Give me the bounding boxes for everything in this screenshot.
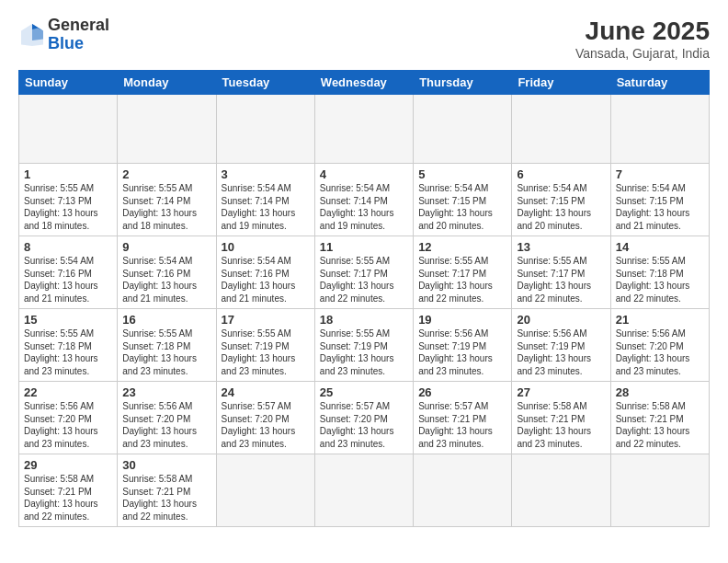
day-info: Sunrise: 5:55 AM Sunset: 7:14 PM Dayligh…: [122, 182, 210, 232]
day-info: Sunrise: 5:57 AM Sunset: 7:21 PM Dayligh…: [418, 400, 506, 450]
day-number: 20: [517, 313, 605, 327]
day-number: 29: [24, 458, 112, 472]
logo-text: General Blue: [48, 17, 109, 53]
table-row: 8 Sunrise: 5:54 AM Sunset: 7:16 PM Dayli…: [19, 236, 118, 309]
calendar-week-row: 1 Sunrise: 5:55 AM Sunset: 7:13 PM Dayli…: [19, 164, 710, 236]
table-row: 14 Sunrise: 5:55 AM Sunset: 7:18 PM Dayl…: [610, 236, 709, 309]
calendar-week-row: 15 Sunrise: 5:55 AM Sunset: 7:18 PM Dayl…: [19, 309, 710, 382]
day-info: Sunrise: 5:55 AM Sunset: 7:19 PM Dayligh…: [320, 327, 408, 377]
table-row: 20 Sunrise: 5:56 AM Sunset: 7:19 PM Dayl…: [512, 309, 610, 382]
table-row: 21 Sunrise: 5:56 AM Sunset: 7:20 PM Dayl…: [610, 309, 709, 382]
day-number: 4: [320, 167, 408, 181]
logo-icon: [18, 21, 46, 49]
table-row: 30 Sunrise: 5:58 AM Sunset: 7:21 PM Dayl…: [118, 454, 216, 527]
day-number: 1: [24, 167, 112, 181]
table-row: 26 Sunrise: 5:57 AM Sunset: 7:21 PM Dayl…: [414, 382, 512, 454]
day-info: Sunrise: 5:55 AM Sunset: 7:18 PM Dayligh…: [616, 255, 704, 304]
table-row: [216, 454, 314, 527]
table-row: 17 Sunrise: 5:55 AM Sunset: 7:19 PM Dayl…: [216, 309, 314, 382]
day-info: Sunrise: 5:56 AM Sunset: 7:20 PM Dayligh…: [122, 400, 210, 450]
day-number: 13: [517, 240, 605, 254]
table-row: 29 Sunrise: 5:58 AM Sunset: 7:21 PM Dayl…: [19, 454, 118, 527]
day-info: Sunrise: 5:55 AM Sunset: 7:17 PM Dayligh…: [418, 255, 506, 304]
table-row: [314, 95, 413, 164]
day-number: 27: [517, 385, 605, 399]
table-row: 12 Sunrise: 5:55 AM Sunset: 7:17 PM Dayl…: [414, 236, 512, 309]
day-info: Sunrise: 5:54 AM Sunset: 7:16 PM Dayligh…: [222, 255, 310, 304]
table-row: 7 Sunrise: 5:54 AM Sunset: 7:15 PM Dayli…: [610, 164, 709, 236]
day-number: 7: [616, 167, 704, 181]
table-row: 2 Sunrise: 5:55 AM Sunset: 7:14 PM Dayli…: [118, 164, 216, 236]
day-number: 2: [122, 167, 210, 181]
table-row: 16 Sunrise: 5:55 AM Sunset: 7:18 PM Dayl…: [118, 309, 216, 382]
table-row: [314, 454, 413, 527]
logo: General Blue: [18, 17, 109, 53]
day-number: 17: [222, 313, 310, 327]
day-info: Sunrise: 5:54 AM Sunset: 7:14 PM Dayligh…: [222, 182, 310, 232]
day-number: 30: [122, 458, 210, 472]
table-row: 22 Sunrise: 5:56 AM Sunset: 7:20 PM Dayl…: [19, 382, 118, 454]
table-row: 27 Sunrise: 5:58 AM Sunset: 7:21 PM Dayl…: [512, 382, 610, 454]
day-number: 19: [418, 313, 506, 327]
table-row: 10 Sunrise: 5:54 AM Sunset: 7:16 PM Dayl…: [216, 236, 314, 309]
day-number: 22: [24, 385, 112, 399]
logo-general-text: General: [48, 17, 109, 35]
table-row: [512, 454, 610, 527]
day-number: 21: [616, 313, 704, 327]
location: Vansada, Gujarat, India: [575, 46, 710, 61]
table-row: [414, 454, 512, 527]
day-info: Sunrise: 5:57 AM Sunset: 7:20 PM Dayligh…: [320, 400, 408, 450]
title-block: June 2025 Vansada, Gujarat, India: [575, 17, 710, 61]
month-title: June 2025: [575, 17, 710, 46]
logo-blue-text: Blue: [48, 35, 109, 53]
header-saturday: Saturday: [610, 71, 709, 95]
day-info: Sunrise: 5:58 AM Sunset: 7:21 PM Dayligh…: [616, 400, 704, 450]
day-number: 28: [616, 385, 704, 399]
header-tuesday: Tuesday: [216, 71, 314, 95]
table-row: 23 Sunrise: 5:56 AM Sunset: 7:20 PM Dayl…: [118, 382, 216, 454]
day-info: Sunrise: 5:55 AM Sunset: 7:19 PM Dayligh…: [222, 327, 310, 377]
calendar-week-row: 22 Sunrise: 5:56 AM Sunset: 7:20 PM Dayl…: [19, 382, 710, 454]
day-info: Sunrise: 5:54 AM Sunset: 7:15 PM Dayligh…: [616, 182, 704, 232]
day-info: Sunrise: 5:58 AM Sunset: 7:21 PM Dayligh…: [517, 400, 605, 450]
day-info: Sunrise: 5:56 AM Sunset: 7:19 PM Dayligh…: [418, 327, 506, 377]
table-row: 18 Sunrise: 5:55 AM Sunset: 7:19 PM Dayl…: [314, 309, 413, 382]
day-number: 3: [222, 167, 310, 181]
header: General Blue June 2025 Vansada, Gujarat,…: [18, 17, 710, 61]
table-row: 11 Sunrise: 5:55 AM Sunset: 7:17 PM Dayl…: [314, 236, 413, 309]
table-row: 15 Sunrise: 5:55 AM Sunset: 7:18 PM Dayl…: [19, 309, 118, 382]
day-info: Sunrise: 5:54 AM Sunset: 7:16 PM Dayligh…: [122, 255, 210, 304]
day-number: 23: [122, 385, 210, 399]
day-info: Sunrise: 5:55 AM Sunset: 7:17 PM Dayligh…: [517, 255, 605, 304]
day-info: Sunrise: 5:54 AM Sunset: 7:16 PM Dayligh…: [24, 255, 112, 304]
day-info: Sunrise: 5:58 AM Sunset: 7:21 PM Dayligh…: [24, 473, 112, 523]
calendar-week-row: 8 Sunrise: 5:54 AM Sunset: 7:16 PM Dayli…: [19, 236, 710, 309]
day-info: Sunrise: 5:54 AM Sunset: 7:15 PM Dayligh…: [418, 182, 506, 232]
header-thursday: Thursday: [414, 71, 512, 95]
table-row: 5 Sunrise: 5:54 AM Sunset: 7:15 PM Dayli…: [414, 164, 512, 236]
header-sunday: Sunday: [19, 71, 118, 95]
header-friday: Friday: [512, 71, 610, 95]
day-number: 6: [517, 167, 605, 181]
table-row: [19, 95, 118, 164]
day-info: Sunrise: 5:55 AM Sunset: 7:18 PM Dayligh…: [24, 327, 112, 377]
table-row: [512, 95, 610, 164]
day-number: 5: [418, 167, 506, 181]
calendar-table: Sunday Monday Tuesday Wednesday Thursday…: [18, 70, 710, 527]
table-row: 4 Sunrise: 5:54 AM Sunset: 7:14 PM Dayli…: [314, 164, 413, 236]
day-info: Sunrise: 5:55 AM Sunset: 7:18 PM Dayligh…: [122, 327, 210, 377]
day-info: Sunrise: 5:56 AM Sunset: 7:19 PM Dayligh…: [517, 327, 605, 377]
table-row: 1 Sunrise: 5:55 AM Sunset: 7:13 PM Dayli…: [19, 164, 118, 236]
calendar-week-row: 29 Sunrise: 5:58 AM Sunset: 7:21 PM Dayl…: [19, 454, 710, 527]
day-number: 8: [24, 240, 112, 254]
table-row: [216, 95, 314, 164]
day-number: 24: [222, 385, 310, 399]
day-info: Sunrise: 5:57 AM Sunset: 7:20 PM Dayligh…: [222, 400, 310, 450]
day-number: 18: [320, 313, 408, 327]
day-number: 9: [122, 240, 210, 254]
page: General Blue June 2025 Vansada, Gujarat,…: [0, 0, 728, 536]
table-row: 24 Sunrise: 5:57 AM Sunset: 7:20 PM Dayl…: [216, 382, 314, 454]
table-row: 25 Sunrise: 5:57 AM Sunset: 7:20 PM Dayl…: [314, 382, 413, 454]
header-wednesday: Wednesday: [314, 71, 413, 95]
table-row: [118, 95, 216, 164]
